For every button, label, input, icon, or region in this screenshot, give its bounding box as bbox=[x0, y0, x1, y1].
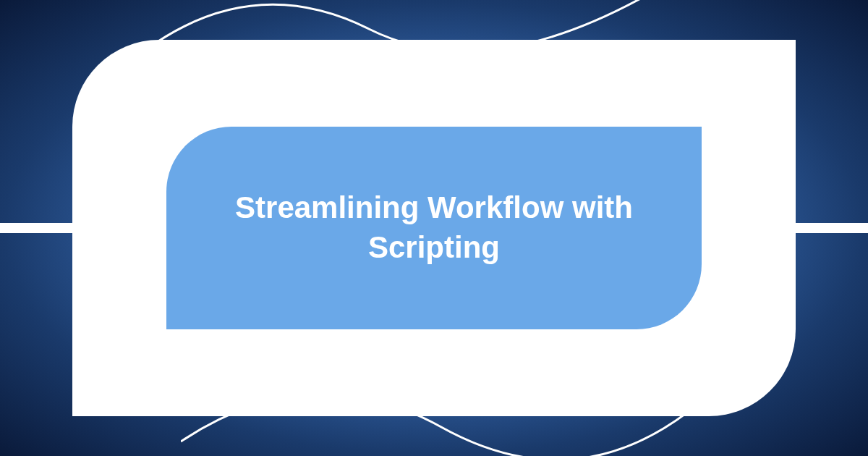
inner-blue-card: Streamlining Workflow with Scripting bbox=[166, 127, 702, 329]
page-title: Streamlining Workflow with Scripting bbox=[210, 188, 658, 267]
outer-white-card: Streamlining Workflow with Scripting bbox=[72, 40, 796, 416]
